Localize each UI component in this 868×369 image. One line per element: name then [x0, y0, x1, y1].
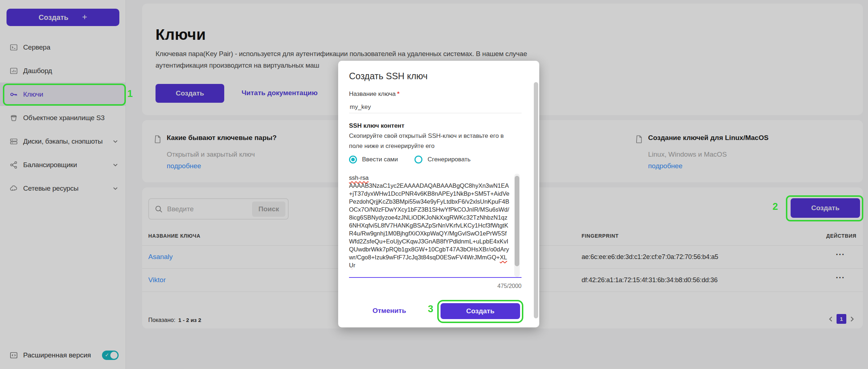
- key-name-input[interactable]: [349, 101, 523, 114]
- required-asterisk: *: [397, 90, 400, 97]
- key-source-radio-group: Ввести сами Сгенерировать: [349, 156, 471, 164]
- annotation-label-1: 1: [127, 88, 133, 99]
- char-counter: 475/2000: [497, 283, 522, 289]
- ssh-help-line2: поле ниже и сгенерируйте его: [349, 143, 434, 150]
- radio-enter-manually[interactable]: [349, 156, 357, 164]
- radio-generate-label[interactable]: Сгенерировать: [427, 156, 471, 163]
- modal-create-button[interactable]: Создать: [441, 303, 520, 319]
- radio-enter-manually-label[interactable]: Ввести сами: [362, 156, 398, 163]
- key-name-label-text: Название ключа: [349, 90, 396, 97]
- ssh-key-body: AAAAB3NzaC1yc2EAAAADAQABAAABgQC8hyXn3wN1…: [349, 182, 509, 260]
- input-underline: [349, 113, 522, 113]
- app-window: Создать + Сервера Дашборд Ключи Объектно…: [0, 0, 868, 369]
- textarea-scrollbar-track[interactable]: [514, 174, 520, 277]
- ssh-key-text: ssh-rsa AAAAB3NzaC1yc2EAAAADAQABAAABgQC8…: [349, 174, 510, 269]
- ssh-key-textarea[interactable]: ssh-rsa AAAAB3NzaC1yc2EAAAADAQABAAABgQC8…: [349, 174, 522, 278]
- cancel-button[interactable]: Отменить: [373, 307, 406, 315]
- annotation-label-2: 2: [773, 201, 778, 212]
- radio-generate[interactable]: [414, 156, 422, 164]
- textarea-scrollbar-thumb[interactable]: [515, 176, 519, 266]
- annotation-label-3: 3: [428, 304, 433, 315]
- ssh-help-line1: Скопируйте свой открытый SSH-ключ и вста…: [349, 132, 504, 140]
- modal-title: Создать SSH ключ: [349, 71, 427, 81]
- ssh-key-prefix: ssh-rsa: [349, 174, 369, 181]
- ssh-content-label: SSH ключ контент: [349, 122, 404, 130]
- create-ssh-key-modal: Создать SSH ключ Название ключа* SSH клю…: [338, 61, 539, 327]
- key-name-label: Название ключа*: [349, 90, 400, 98]
- modal-scrollbar-thumb[interactable]: [534, 82, 538, 318]
